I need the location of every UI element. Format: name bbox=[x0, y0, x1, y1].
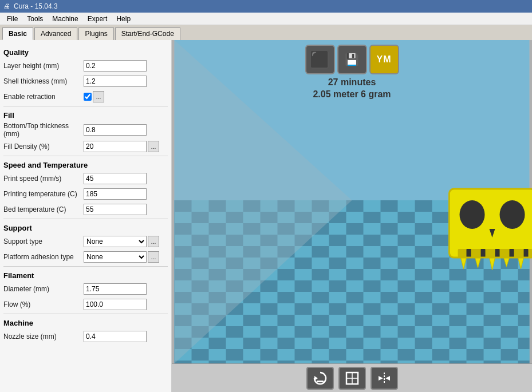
print-info: 27 minutes 2.05 meter 6 gram bbox=[313, 77, 391, 101]
tab-plugins[interactable]: Plugins bbox=[78, 27, 113, 40]
checkbox-cell-retraction: ... bbox=[84, 91, 104, 102]
svg-point-10 bbox=[460, 200, 485, 229]
row-diameter: Diameter (mm) bbox=[3, 282, 168, 296]
label-bed-temp: Bed temperature (C) bbox=[3, 205, 84, 213]
scale-button[interactable] bbox=[338, 367, 366, 390]
menu-machine[interactable]: Machine bbox=[48, 14, 82, 24]
label-shell-thickness: Shell thickness (mm) bbox=[3, 77, 84, 85]
label-fill-density: Fill Density (%) bbox=[3, 142, 84, 151]
main-layout: Quality Layer height (mm) Shell thicknes… bbox=[0, 40, 532, 392]
print-material: 2.05 meter 6 gram bbox=[313, 89, 391, 101]
section-filament: Filament bbox=[3, 271, 168, 280]
tabs-container: Basic Advanced Plugins Start/End-GCode bbox=[0, 25, 532, 40]
app-icon: 🖨 bbox=[3, 2, 10, 10]
row-print-speed: Print speed (mm/s) bbox=[3, 172, 168, 185]
rotate-button[interactable] bbox=[306, 367, 334, 390]
dots-platform-adhesion[interactable]: ... bbox=[148, 251, 159, 263]
viewport-toolbar: ⬛ 💾 YM 27 minutes 2.05 meter 6 gram bbox=[305, 45, 399, 101]
row-support-type: Support type None Touching buildplate Ev… bbox=[3, 235, 168, 248]
settings-panel: Quality Layer height (mm) Shell thicknes… bbox=[0, 40, 172, 392]
section-machine: Machine bbox=[3, 319, 168, 327]
row-nozzle-size: Nozzle size (mm) bbox=[3, 330, 168, 343]
row-printing-temp: Printing temperature (C) bbox=[3, 187, 168, 201]
input-bed-temp[interactable] bbox=[84, 204, 147, 215]
label-printing-temp: Printing temperature (C) bbox=[3, 190, 84, 198]
svg-point-11 bbox=[500, 200, 525, 229]
label-layer-height: Layer height (mm) bbox=[3, 62, 84, 70]
row-layer-height: Layer height (mm) bbox=[3, 59, 168, 73]
section-fill: Fill bbox=[3, 111, 168, 120]
row-fill-density: Fill Density (%) ... bbox=[3, 140, 168, 153]
label-diameter: Diameter (mm) bbox=[3, 285, 84, 293]
row-bed-temp: Bed temperature (C) bbox=[3, 203, 168, 216]
section-support: Support bbox=[3, 224, 168, 232]
row-platform-adhesion: Platform adhesion type None Brim Raft ..… bbox=[3, 250, 168, 264]
dots-support-type[interactable]: ... bbox=[148, 236, 159, 247]
label-print-speed: Print speed (mm/s) bbox=[3, 175, 84, 183]
row-shell-thickness: Shell thickness (mm) bbox=[3, 74, 168, 88]
svg-rect-16 bbox=[495, 249, 500, 258]
section-speed-temp: Speed and Temperature bbox=[3, 161, 168, 169]
input-nozzle-size[interactable] bbox=[84, 331, 147, 342]
label-bottom-top-thickness: Bottom/Top thickness (mm) bbox=[3, 122, 84, 138]
menu-expert[interactable]: Expert bbox=[83, 14, 112, 24]
svg-rect-14 bbox=[467, 249, 471, 258]
svg-rect-28 bbox=[317, 381, 324, 382]
menu-file[interactable]: File bbox=[2, 14, 22, 24]
menu-tools[interactable]: Tools bbox=[22, 14, 48, 24]
svg-rect-18 bbox=[524, 249, 529, 258]
row-bottom-top-thickness: Bottom/Top thickness (mm) bbox=[3, 122, 168, 138]
viewport: ⬛ 💾 YM 27 minutes 2.05 meter 6 gram bbox=[172, 40, 532, 392]
input-flow[interactable] bbox=[84, 299, 147, 310]
input-bottom-top-thickness[interactable] bbox=[84, 124, 147, 136]
label-support-type: Support type bbox=[3, 237, 84, 246]
svg-marker-33 bbox=[379, 376, 383, 381]
ym-button[interactable]: YM bbox=[369, 45, 399, 74]
dots-retraction[interactable]: ... bbox=[93, 91, 104, 102]
svg-rect-15 bbox=[481, 249, 486, 258]
tab-start-end-gcode[interactable]: Start/End-GCode bbox=[115, 27, 180, 40]
app-title: Cura - 15.04.3 bbox=[14, 2, 58, 10]
svg-marker-27 bbox=[314, 376, 318, 381]
input-diameter[interactable] bbox=[84, 283, 147, 295]
load-model-button[interactable]: ⬛ bbox=[305, 45, 335, 74]
label-flow: Flow (%) bbox=[3, 300, 84, 308]
checkbox-enable-retraction[interactable] bbox=[84, 93, 92, 101]
row-flow: Flow (%) bbox=[3, 298, 168, 311]
mirror-button[interactable] bbox=[371, 367, 398, 390]
tab-advanced[interactable]: Advanced bbox=[34, 27, 77, 40]
input-printing-temp[interactable] bbox=[84, 188, 147, 200]
input-layer-height[interactable] bbox=[84, 60, 147, 72]
svg-rect-17 bbox=[510, 249, 514, 258]
menu-help[interactable]: Help bbox=[112, 14, 135, 24]
svg-marker-34 bbox=[385, 376, 390, 381]
sd-card-button[interactable]: 💾 bbox=[337, 45, 367, 74]
input-shell-thickness[interactable] bbox=[84, 76, 147, 87]
label-nozzle-size: Nozzle size (mm) bbox=[3, 332, 84, 340]
tab-basic[interactable]: Basic bbox=[2, 27, 33, 40]
section-quality: Quality bbox=[3, 48, 168, 57]
bottom-toolbar bbox=[172, 363, 532, 392]
select-support-type[interactable]: None Touching buildplate Everywhere bbox=[84, 236, 147, 247]
titlebar: 🖨 Cura - 15.04.3 bbox=[0, 0, 532, 13]
label-enable-retraction: Enable retraction bbox=[3, 93, 84, 101]
label-platform-adhesion: Platform adhesion type bbox=[3, 253, 84, 261]
row-enable-retraction: Enable retraction ... bbox=[3, 90, 168, 104]
menubar: File Tools Machine Expert Help bbox=[0, 13, 532, 25]
select-platform-adhesion[interactable]: None Brim Raft bbox=[84, 251, 147, 263]
dots-fill-density[interactable]: ... bbox=[148, 141, 159, 152]
input-print-speed[interactable] bbox=[84, 173, 147, 184]
print-time: 27 minutes bbox=[313, 77, 391, 89]
input-fill-density[interactable] bbox=[84, 141, 147, 152]
toolbar-icons: ⬛ 💾 YM bbox=[305, 45, 399, 74]
